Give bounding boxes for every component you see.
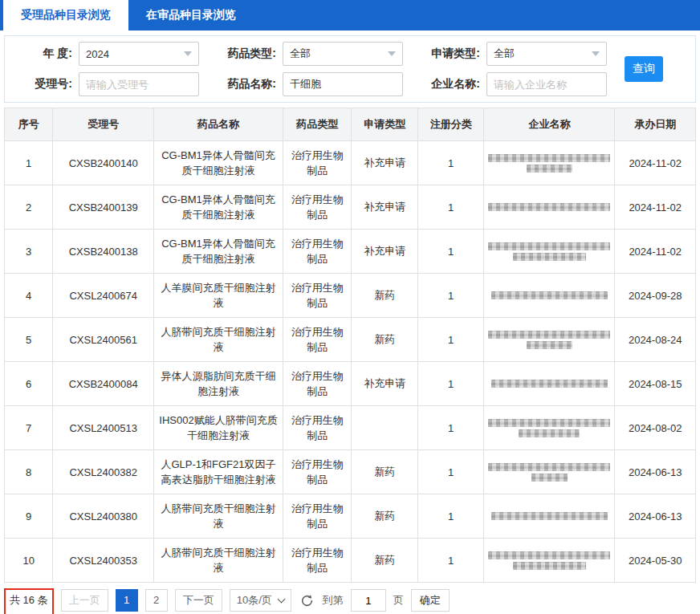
- drug-name-label: 药品名称:: [217, 77, 276, 91]
- cell-index: 7: [5, 406, 53, 450]
- cell-reg-class: 1: [417, 185, 483, 230]
- cell-reg-class: 1: [417, 318, 483, 362]
- col-header-index: 序号: [5, 108, 53, 141]
- tab-under-review-catalog[interactable]: 在审品种目录浏览: [128, 0, 254, 30]
- cell-enterprise: [484, 318, 615, 362]
- table-row: 6CXSB2400084异体人源脂肪间充质干细胞注射液治疗用生物制品补充申请12…: [5, 362, 696, 406]
- redacted-enterprise-name: [531, 474, 568, 482]
- drug-name-filter-group: 药品名称:: [217, 72, 403, 96]
- cell-reg-class: 1: [417, 274, 483, 318]
- redacted-enterprise-name: [527, 341, 573, 349]
- cell-accept-no: CXSL2400674: [53, 274, 154, 318]
- cell-reg-class: 1: [417, 539, 483, 583]
- cell-reg-class: 1: [417, 141, 483, 185]
- drug-type-select[interactable]: 全部: [283, 42, 403, 66]
- cell-enterprise: [484, 185, 615, 230]
- apply-type-label: 申请类型:: [421, 47, 480, 61]
- col-header-drug-type: 药品类型: [283, 108, 351, 141]
- results-table-wrap: 序号 受理号 药品名称 药品类型 申请类型 注册分类 企业名称 承办日期 1CX…: [4, 108, 696, 583]
- drug-type-label: 药品类型:: [217, 47, 276, 61]
- cell-apply-type: [352, 406, 417, 450]
- table-row: 10CXSL2400353人脐带间充质干细胞注射液治疗用生物制品新药12024-…: [5, 539, 696, 583]
- table-row: 4CXSL2400674人羊膜间充质干细胞注射液治疗用生物制品新药12024-0…: [5, 274, 696, 318]
- cell-accept-no: CXSB2400139: [53, 185, 154, 230]
- page-size-value: 10条/页: [237, 593, 272, 608]
- cell-date: 2024-06-13: [615, 494, 696, 539]
- cell-drug-name: 人脐带间充质干细胞注射液: [154, 494, 283, 539]
- cell-index: 3: [5, 230, 53, 274]
- accept-no-filter-group: 受理号:: [13, 72, 199, 96]
- apply-type-select-value: 全部: [494, 47, 515, 61]
- cell-enterprise: [484, 362, 615, 406]
- apply-type-select[interactable]: 全部: [486, 42, 607, 66]
- cell-accept-no: CXSL2400561: [53, 318, 154, 362]
- cell-drug-type: 治疗用生物制品: [283, 406, 351, 450]
- col-header-drug-name: 药品名称: [154, 108, 283, 141]
- table-row: 3CXSB2400138CG-BM1异体人骨髓间充质干细胞注射液治疗用生物制品补…: [5, 230, 696, 274]
- cell-index: 10: [5, 539, 53, 583]
- page-button-1[interactable]: 1: [116, 589, 138, 612]
- table-row: 2CXSB2400139CG-BM1异体人骨髓间充质干细胞注射液治疗用生物制品补…: [5, 185, 696, 230]
- cell-drug-name: 人羊膜间充质干细胞注射液: [154, 274, 283, 318]
- col-header-accept-no: 受理号: [53, 108, 154, 141]
- goto-label: 到第: [323, 593, 344, 608]
- cell-date: 2024-05-30: [615, 539, 696, 583]
- table-row: 1CXSB2400140CG-BM1异体人骨髓间充质干细胞注射液治疗用生物制品补…: [5, 141, 696, 185]
- confirm-button[interactable]: 确定: [411, 589, 450, 612]
- cell-drug-type: 治疗用生物制品: [283, 494, 351, 539]
- cell-enterprise: [484, 406, 615, 450]
- accept-no-input[interactable]: [79, 72, 199, 96]
- cell-enterprise: [484, 494, 615, 539]
- total-count-text: 共 16 条: [10, 594, 48, 606]
- cell-index: 6: [5, 362, 53, 406]
- year-select[interactable]: 2024: [79, 42, 199, 66]
- drug-name-input[interactable]: [283, 72, 403, 96]
- tab-accepted-catalog[interactable]: 受理品种目录浏览: [3, 0, 128, 30]
- table-row: 9CXSL2400380人脐带间充质干细胞注射液治疗用生物制品新药12024-0…: [5, 494, 696, 539]
- cell-apply-type: 新药: [352, 539, 417, 583]
- apply-type-filter-group: 申请类型: 全部: [421, 42, 607, 66]
- cell-date: 2024-06-13: [615, 450, 696, 494]
- cell-reg-class: 1: [417, 494, 483, 539]
- cell-accept-no: CXSL2400353: [53, 539, 154, 583]
- page-size-select[interactable]: 10条/页: [230, 589, 291, 612]
- cell-apply-type: 新药: [352, 450, 417, 494]
- cell-reg-class: 1: [417, 450, 483, 494]
- enterprise-input[interactable]: [486, 72, 607, 96]
- cell-reg-class: 1: [417, 406, 483, 450]
- goto-page-input[interactable]: [351, 589, 386, 612]
- drug-type-select-value: 全部: [290, 47, 311, 61]
- cell-enterprise: [484, 141, 615, 185]
- cell-drug-type: 治疗用生物制品: [283, 450, 351, 494]
- cell-index: 8: [5, 450, 53, 494]
- cell-index: 4: [5, 274, 53, 318]
- next-page-button[interactable]: 下一页: [175, 589, 222, 612]
- col-header-apply-type: 申请类型: [352, 108, 417, 141]
- chevron-down-icon: [388, 51, 396, 56]
- cell-index: 5: [5, 318, 53, 362]
- table-header-row: 序号 受理号 药品名称 药品类型 申请类型 注册分类 企业名称 承办日期: [5, 108, 696, 141]
- cell-drug-type: 治疗用生物制品: [283, 318, 351, 362]
- cell-reg-class: 1: [417, 230, 483, 274]
- cell-apply-type: 补充申请: [352, 362, 417, 406]
- cell-apply-type: 新药: [352, 494, 417, 539]
- cell-enterprise: [484, 539, 615, 583]
- page-button-2[interactable]: 2: [145, 589, 168, 612]
- cell-accept-no: CXSL2400380: [53, 494, 154, 539]
- cell-enterprise: [484, 274, 615, 318]
- year-select-value: 2024: [86, 48, 109, 60]
- prev-page-button[interactable]: 上一页: [61, 589, 108, 612]
- cell-enterprise: [484, 450, 615, 494]
- cell-apply-type: 补充申请: [352, 185, 417, 230]
- cell-drug-name: 异体人源脂肪间充质干细胞注射液: [154, 362, 283, 406]
- search-button[interactable]: 查询: [625, 56, 663, 82]
- accept-no-label: 受理号:: [13, 77, 72, 91]
- cell-date: 2024-11-02: [615, 141, 696, 185]
- cell-date: 2024-11-02: [615, 230, 696, 274]
- chevron-down-icon: [184, 51, 192, 56]
- refresh-icon[interactable]: [300, 594, 314, 608]
- redacted-enterprise-name: [488, 203, 610, 211]
- redacted-enterprise-name: [488, 419, 610, 427]
- cell-drug-name: CG-BM1异体人骨髓间充质干细胞注射液: [154, 230, 283, 274]
- cell-apply-type: 新药: [352, 318, 417, 362]
